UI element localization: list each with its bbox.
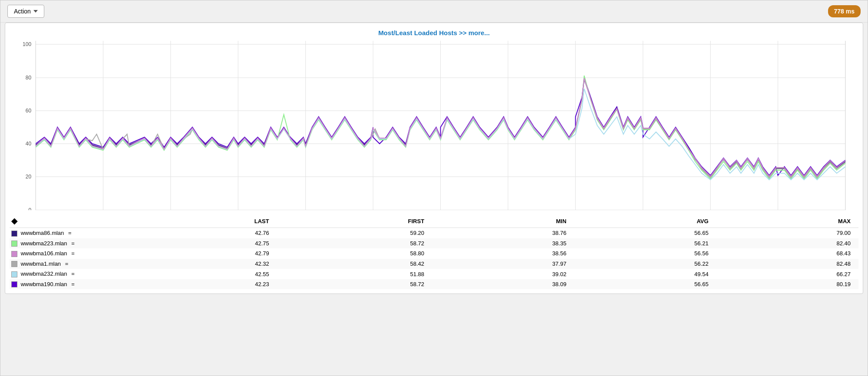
legend-max: 80.19 — [716, 279, 858, 290]
legend-name-cell: wwwbma86.mlan = — [10, 228, 131, 238]
legend-avg: 56.22 — [574, 259, 716, 269]
legend-color-swatch — [11, 251, 17, 257]
legend-host-name: wwwbma190.mlan — [21, 281, 67, 287]
action-button[interactable]: Action — [7, 5, 44, 18]
legend-avg: 49.54 — [574, 269, 716, 279]
col-first: FIRST — [277, 214, 432, 228]
timing-badge: 778 ms — [828, 5, 861, 17]
legend-row: wwwbma1.mlan = 42.32 58.42 37.97 56.22 8… — [10, 259, 858, 269]
caret-icon — [33, 10, 38, 13]
legend-equals: = — [71, 281, 75, 287]
legend-avg: 56.56 — [574, 248, 716, 259]
chart-section: Most/Least Loaded Hosts >> more... — [5, 23, 863, 294]
legend-avg: 56.65 — [574, 279, 716, 290]
legend-last: 42.76 — [131, 228, 277, 238]
action-label: Action — [14, 8, 31, 15]
col-max: MAX — [716, 214, 858, 228]
col-avg: AVG — [574, 214, 716, 228]
svg-text:100: 100 — [23, 41, 31, 47]
col-min: MIN — [432, 214, 574, 228]
legend-equals: = — [71, 270, 75, 277]
legend-min: 38.35 — [432, 238, 574, 249]
legend-host-name: wwwbma86.mlan — [21, 230, 64, 236]
legend-avg: 56.21 — [574, 238, 716, 249]
legend-avg: 56.65 — [574, 228, 716, 238]
legend-min: 38.56 — [432, 248, 574, 259]
legend-row: wwwbma223.mlan = 42.75 58.72 38.35 56.21… — [10, 238, 858, 249]
legend-min: 39.02 — [432, 269, 574, 279]
legend-row: wwwbma86.mlan = 42.76 59.20 38.76 56.65 … — [10, 228, 858, 238]
legend-max: 66.27 — [716, 269, 858, 279]
legend-first: 51.88 — [277, 269, 432, 279]
legend-row: wwwbma190.mlan = 42.23 58.72 38.09 56.65… — [10, 279, 858, 290]
legend-color-swatch — [11, 281, 17, 287]
legend-min: 37.97 — [432, 259, 574, 269]
legend-host-name: wwwbma106.mlan — [21, 250, 67, 257]
legend-row: wwwbma232.mlan = 42.55 51.88 39.02 49.54… — [10, 269, 858, 279]
page-container: Action 778 ms Most/Least Loaded Hosts >>… — [0, 0, 868, 376]
legend-row: wwwbma106.mlan = 42.79 58.80 38.56 56.56… — [10, 248, 858, 259]
legend-last: 42.55 — [131, 269, 277, 279]
legend-name-cell: wwwbma106.mlan = — [10, 248, 131, 259]
legend-equals: = — [68, 230, 72, 236]
legend-color-swatch — [11, 261, 17, 267]
legend-last: 42.75 — [131, 238, 277, 249]
legend-first: 58.72 — [277, 238, 432, 249]
legend-first: 58.80 — [277, 248, 432, 259]
legend-color-swatch — [11, 231, 17, 237]
legend-name-cell: wwwbma1.mlan = — [10, 259, 131, 269]
legend-min: 38.76 — [432, 228, 574, 238]
toolbar: Action 778 ms — [0, 0, 868, 23]
legend-min: 38.09 — [432, 279, 574, 290]
legend-equals: = — [71, 240, 75, 247]
svg-text:80: 80 — [26, 75, 32, 81]
svg-text:40: 40 — [26, 141, 32, 147]
legend-equals: = — [65, 261, 69, 267]
legend-last: 42.23 — [131, 279, 277, 290]
legend-color-swatch — [11, 241, 17, 247]
legend-max: 79.00 — [716, 228, 858, 238]
legend-first: 58.72 — [277, 279, 432, 290]
legend-equals: = — [71, 250, 75, 257]
legend-icon: ◆ — [11, 217, 17, 225]
legend-name-cell: wwwbma223.mlan = — [10, 238, 131, 249]
legend-last: 42.79 — [131, 248, 277, 259]
legend-host-name: wwwbma1.mlan — [21, 261, 61, 267]
legend-host-name: wwwbma223.mlan — [21, 240, 67, 247]
svg-text:60: 60 — [26, 108, 32, 114]
legend-color-swatch — [11, 271, 17, 277]
chart-title[interactable]: Most/Least Loaded Hosts >> more... — [10, 29, 858, 36]
legend-max: 82.48 — [716, 259, 858, 269]
legend-max: 68.43 — [716, 248, 858, 259]
legend-first: 59.20 — [277, 228, 432, 238]
legend-first: 58.42 — [277, 259, 432, 269]
chart-area: 0 20 40 60 80 100 Feb 15 Mar 01 Mar 16 A… — [10, 41, 858, 210]
legend-name-cell: wwwbma232.mlan = — [10, 269, 131, 279]
legend-host-name: wwwbma232.mlan — [21, 270, 67, 277]
col-last: LAST — [131, 214, 277, 228]
legend-max: 82.40 — [716, 238, 858, 249]
chart-svg: 0 20 40 60 80 100 Feb 15 Mar 01 Mar 16 A… — [10, 41, 858, 210]
legend-last: 42.32 — [131, 259, 277, 269]
legend-table: ◆ LAST FIRST MIN AVG MAX wwwbma86.mlan =… — [10, 214, 858, 289]
svg-text:20: 20 — [26, 174, 32, 180]
legend-name-cell: wwwbma190.mlan = — [10, 279, 131, 290]
svg-text:0: 0 — [28, 207, 31, 210]
